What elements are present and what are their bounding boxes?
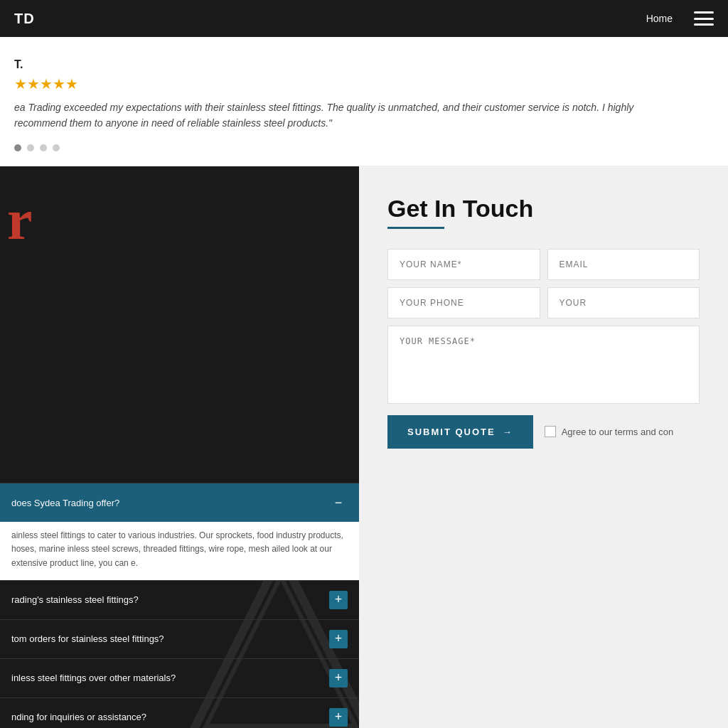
- phone-input[interactable]: [387, 287, 540, 318]
- header-nav: Home: [646, 11, 714, 26]
- faq-header-3[interactable]: tom orders for stainless steel fittings?…: [0, 620, 359, 658]
- form-row-phone-subject: [387, 287, 700, 318]
- star-rating: ★★★★★: [14, 75, 714, 92]
- testimonial-section: T. ★★★★★ ea Trading exceeded my expectat…: [0, 37, 728, 166]
- faq-question-4: inless steel fittings over other materia…: [11, 673, 329, 683]
- email-input[interactable]: [547, 249, 700, 280]
- faq-item-4: inless steel fittings over other materia…: [0, 658, 359, 697]
- dot-1[interactable]: [14, 144, 21, 151]
- faq-toggle-icon-1[interactable]: −: [329, 493, 348, 512]
- terms-text: Agree to our terms and con: [562, 427, 674, 437]
- faq-item-5: nding for inquiries or assistance? +: [0, 697, 359, 728]
- faq-question-1: does Sydea Trading offer?: [11, 498, 329, 508]
- faq-toggle-icon-4[interactable]: +: [329, 669, 348, 687]
- faq-header-5[interactable]: nding for inquiries or assistance? +: [0, 698, 359, 728]
- faq-toggle-icon-5[interactable]: +: [329, 708, 348, 727]
- hamburger-menu-icon[interactable]: [694, 11, 714, 26]
- faq-header-1[interactable]: does Sydea Trading offer? −: [0, 483, 359, 522]
- lower-section: r does Sydea Trading offer? − ainless st…: [0, 166, 728, 728]
- dot-4[interactable]: [53, 144, 60, 151]
- terms-checkbox[interactable]: [545, 426, 556, 437]
- dot-3[interactable]: [40, 144, 47, 151]
- contact-title: Get In Touch: [387, 195, 700, 223]
- message-input[interactable]: [387, 326, 700, 404]
- testimonial-text: ea Trading exceeded my expectations with…: [14, 100, 654, 132]
- name-input[interactable]: [387, 249, 540, 280]
- submit-arrow-icon: →: [503, 427, 513, 437]
- header: TD Home: [0, 0, 728, 37]
- carousel-dots: [14, 144, 714, 151]
- faq-item-1: does Sydea Trading offer? − ainless stee…: [0, 483, 359, 580]
- faq-item-2: rading's stainless steel fittings? +: [0, 580, 359, 619]
- decorative-letter: r: [7, 188, 33, 252]
- faq-toggle-icon-3[interactable]: +: [329, 630, 348, 648]
- faq-toggle-icon-2[interactable]: +: [329, 591, 348, 609]
- form-bottom: SUBMIT QUOTE → Agree to our terms and co…: [387, 415, 700, 449]
- contact-title-underline: [387, 227, 444, 229]
- dot-2[interactable]: [27, 144, 34, 151]
- right-panel: Get In Touch SUBMIT QUOTE → Agree to our…: [359, 166, 728, 728]
- form-row-name-email: [387, 249, 700, 280]
- testimonial-author: T.: [14, 58, 714, 71]
- submit-label: SUBMIT QUOTE: [407, 427, 496, 437]
- faq-question-5: nding for inquiries or assistance?: [11, 712, 329, 722]
- faq-header-4[interactable]: inless steel fittings over other materia…: [0, 659, 359, 697]
- faq-content-text-1: ainless steel fittings to cater to vario…: [11, 529, 348, 570]
- faq-item-3: tom orders for stainless steel fittings?…: [0, 619, 359, 658]
- submit-quote-button[interactable]: SUBMIT QUOTE →: [387, 415, 533, 449]
- left-panel: r does Sydea Trading offer? − ainless st…: [0, 166, 359, 728]
- terms-area: Agree to our terms and con: [545, 426, 674, 437]
- faq-question-2: rading's stainless steel fittings?: [11, 594, 329, 605]
- faq-question-3: tom orders for stainless steel fittings?: [11, 633, 329, 644]
- subject-input[interactable]: [547, 287, 700, 318]
- nav-home[interactable]: Home: [646, 13, 673, 24]
- header-logo: TD: [14, 11, 35, 27]
- faq-content-1: ainless steel fittings to cater to vario…: [0, 522, 359, 580]
- faq-section: does Sydea Trading offer? − ainless stee…: [0, 483, 359, 728]
- faq-header-2[interactable]: rading's stainless steel fittings? +: [0, 581, 359, 619]
